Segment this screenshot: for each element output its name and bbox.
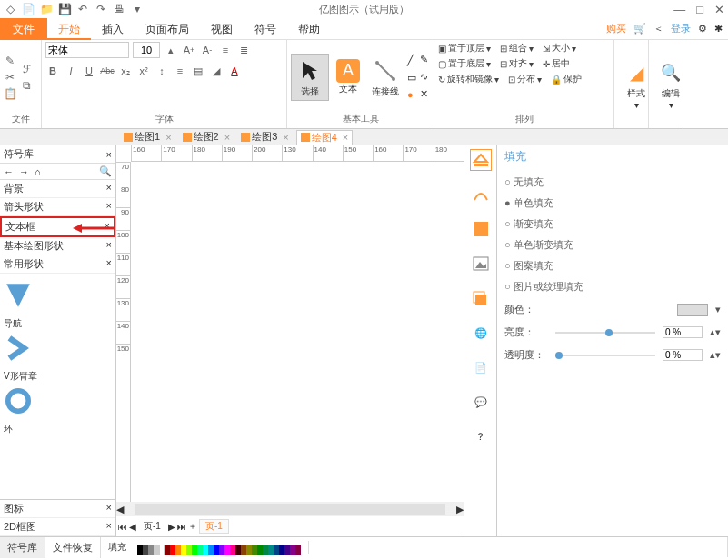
scrollbar-h[interactable]: ◀▶ bbox=[116, 502, 464, 516]
file-menu[interactable]: 文件 bbox=[0, 18, 47, 40]
doctab-4[interactable]: 绘图4× bbox=[296, 130, 354, 145]
shape-down-arrow[interactable] bbox=[4, 281, 112, 314]
dist-cmd[interactable]: ⊡ 分布 ▾ bbox=[508, 73, 542, 85]
radio-pattern[interactable]: ○ 图案填充 bbox=[504, 259, 721, 273]
close-button[interactable]: ✕ bbox=[714, 3, 724, 16]
buy-link[interactable]: 购买 bbox=[606, 22, 626, 35]
page-prev-icon[interactable]: ◀ bbox=[129, 522, 136, 532]
more-icon[interactable]: ▾ bbox=[131, 3, 144, 15]
page-add-icon[interactable]: ＋ bbox=[188, 520, 197, 533]
bullets-icon[interactable]: ≡ bbox=[173, 64, 187, 78]
sidebar-fwd-icon[interactable]: → bbox=[19, 166, 29, 177]
pencil-shape-icon[interactable]: ✎ bbox=[420, 54, 428, 65]
rotate-cmd[interactable]: ↻ 旋转和镜像 ▾ bbox=[438, 73, 499, 85]
select-tool[interactable]: 选择 bbox=[291, 54, 329, 101]
share-icon[interactable]: ＜ bbox=[653, 22, 663, 35]
sidebar-home-icon[interactable]: ⌂ bbox=[35, 166, 41, 177]
cat-common[interactable]: 常用形状× bbox=[0, 255, 115, 274]
bold-button[interactable]: B bbox=[45, 64, 60, 78]
sidebar-search-icon[interactable]: 🔍 bbox=[99, 165, 112, 177]
tab-txtrecov[interactable]: 文件恢复 bbox=[45, 537, 101, 558]
page-first-icon[interactable]: ⏮ bbox=[118, 522, 127, 532]
sub-button[interactable]: x₂ bbox=[118, 64, 133, 78]
format-painter-icon[interactable]: ℱ bbox=[20, 63, 33, 75]
page-current[interactable]: 页-1 bbox=[138, 520, 166, 533]
sidebar-back-icon[interactable]: ← bbox=[4, 166, 14, 177]
line-panel-icon[interactable] bbox=[470, 184, 492, 205]
page-active[interactable]: 页-1 bbox=[199, 519, 229, 534]
tab-start[interactable]: 开始 bbox=[47, 18, 91, 40]
doc-panel-icon[interactable]: 📄 bbox=[470, 356, 492, 378]
radio-nofill[interactable]: ○ 无填充 bbox=[504, 175, 721, 189]
tab-insert[interactable]: 插入 bbox=[91, 18, 135, 40]
redo-icon[interactable]: ↷ bbox=[95, 3, 107, 15]
dec-font-icon[interactable]: A- bbox=[200, 43, 214, 57]
tab-help[interactable]: 帮助 bbox=[287, 18, 331, 40]
maximize-button[interactable]: □ bbox=[696, 3, 703, 16]
page-last-icon[interactable]: ⏭ bbox=[177, 522, 186, 532]
strike-button[interactable]: Abc bbox=[100, 64, 115, 78]
web-panel-icon[interactable]: 🌐 bbox=[470, 322, 492, 344]
comment-panel-icon[interactable]: 💬 bbox=[470, 391, 492, 413]
new-icon[interactable]: 📄 bbox=[22, 3, 35, 15]
radio-solid[interactable]: ● 单色填充 bbox=[504, 196, 721, 210]
cat-arrow[interactable]: 箭头形状× bbox=[0, 198, 115, 216]
shape-ring[interactable] bbox=[4, 386, 112, 419]
cat-basicshape[interactable]: 基本绘图形状× bbox=[0, 237, 115, 255]
sup-button[interactable]: x² bbox=[136, 64, 151, 78]
cross-shape-icon[interactable]: ✕ bbox=[420, 88, 428, 100]
align-v-icon[interactable]: ≣ bbox=[236, 43, 251, 57]
brush-icon[interactable]: ✎ bbox=[4, 55, 16, 67]
tab-symbol[interactable]: 符号 bbox=[244, 18, 287, 40]
open-icon[interactable]: 📁 bbox=[40, 3, 53, 15]
tab-symbollib[interactable]: 符号库 bbox=[0, 537, 45, 558]
size-cmd[interactable]: ⇲ 大小 ▾ bbox=[543, 42, 576, 55]
center-cmd[interactable]: ✛ 居中 bbox=[543, 57, 570, 70]
image-panel-icon[interactable] bbox=[470, 253, 492, 275]
step-up-icon[interactable]: ▴ bbox=[164, 43, 178, 57]
bring-front[interactable]: ▣ 置于顶层 ▾ bbox=[438, 42, 491, 55]
color-picker[interactable] bbox=[677, 304, 708, 316]
circle-shape-icon[interactable]: ● bbox=[407, 89, 416, 100]
doctab-2[interactable]: 绘图2× bbox=[179, 130, 234, 144]
edit-button[interactable]: 🔍编辑▾ bbox=[653, 56, 689, 112]
doctab-1[interactable]: 绘图1× bbox=[120, 130, 175, 144]
radio-gradient[interactable]: ○ 渐变填充 bbox=[504, 217, 721, 231]
line-shape-icon[interactable]: ╱ bbox=[407, 55, 416, 66]
spacing-icon[interactable]: ↕ bbox=[155, 64, 169, 78]
connector-tool[interactable]: 连接线 bbox=[367, 55, 404, 100]
highlight-icon[interactable]: ◢ bbox=[209, 64, 224, 78]
cat-2d[interactable]: 2D框图× bbox=[0, 518, 115, 536]
indent-icon[interactable]: ▤ bbox=[191, 64, 205, 78]
send-back[interactable]: ▢ 置于底层 ▾ bbox=[438, 57, 491, 70]
page-next-icon[interactable]: ▶ bbox=[168, 522, 175, 532]
radio-monograd[interactable]: ○ 单色渐变填充 bbox=[504, 238, 721, 252]
font-family-select[interactable] bbox=[45, 42, 129, 58]
opacity-slider[interactable] bbox=[555, 355, 655, 356]
cat-bg[interactable]: 背景× bbox=[0, 180, 115, 198]
shape-panel-icon[interactable] bbox=[470, 218, 492, 240]
shape-chevron[interactable] bbox=[4, 334, 112, 366]
color-swatch-bar[interactable] bbox=[130, 541, 309, 554]
font-size-select[interactable] bbox=[133, 42, 160, 58]
layer-panel-icon[interactable] bbox=[470, 287, 492, 309]
text-tool[interactable]: A文本 bbox=[333, 57, 364, 97]
login-link[interactable]: 登录 bbox=[671, 22, 691, 35]
drawing-canvas[interactable] bbox=[131, 162, 464, 502]
undo-icon[interactable]: ↶ bbox=[76, 3, 89, 15]
fontcolor-icon[interactable]: A bbox=[227, 64, 242, 78]
align-h-icon[interactable]: ≡ bbox=[218, 43, 233, 57]
help-panel-icon[interactable]: ？ bbox=[470, 425, 492, 447]
group-cmd[interactable]: ⊞ 组合 ▾ bbox=[500, 42, 534, 55]
scissors-icon[interactable]: ✂ bbox=[4, 71, 16, 84]
tab-layout[interactable]: 页面布局 bbox=[135, 18, 200, 40]
sidebar-close-icon[interactable]: × bbox=[106, 149, 112, 160]
tab-view[interactable]: 视图 bbox=[200, 18, 244, 40]
copy-icon[interactable]: ⧉ bbox=[20, 79, 33, 92]
underline-button[interactable]: U bbox=[82, 64, 96, 78]
curve-shape-icon[interactable]: ∿ bbox=[420, 71, 428, 83]
gear-icon[interactable]: ⚙ bbox=[698, 23, 707, 35]
align-cmd[interactable]: ⊟ 对齐 ▾ bbox=[500, 57, 534, 70]
rect-shape-icon[interactable]: ▭ bbox=[407, 72, 416, 84]
italic-button[interactable]: I bbox=[64, 64, 78, 78]
